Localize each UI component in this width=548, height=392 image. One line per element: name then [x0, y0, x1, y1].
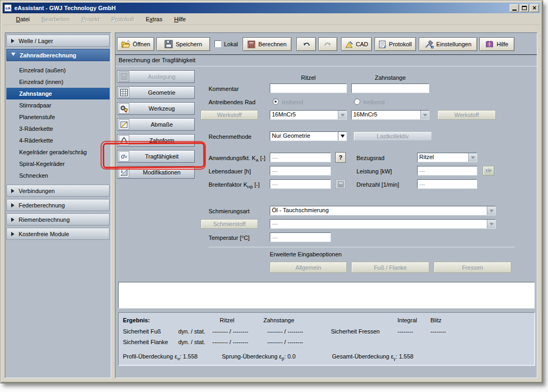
- flank-safety-zahnstange-value: -------- / --------: [267, 339, 303, 345]
- help-button[interactable]: ? Hilfe: [479, 37, 514, 51]
- redo-button[interactable]: [318, 37, 337, 51]
- nav-geometrie-button[interactable]: Geometrie: [117, 86, 195, 99]
- calc-method-value: Nur Geometrie: [270, 132, 338, 140]
- comment-input-zahnstange[interactable]: [351, 84, 429, 93]
- torque-power-toggle-button[interactable]: T/P: [483, 166, 494, 176]
- local-checkbox[interactable]: [214, 40, 221, 47]
- undo-button[interactable]: [296, 37, 316, 51]
- sidebar-section-welle-lager[interactable]: Welle / Lager: [6, 35, 110, 47]
- nav-werkzeug-button[interactable]: Werkzeug: [117, 102, 195, 115]
- width-factor-calc-button: [335, 179, 346, 189]
- lifetime-input[interactable]: [270, 166, 331, 176]
- material-value-ritzel: 16MnCr5: [270, 111, 338, 119]
- comment-input-ritzel[interactable]: [270, 84, 347, 93]
- sidebar-item-einzelrad-aussen[interactable]: Einzelrad (außen): [6, 64, 110, 76]
- material-select-zahnstange[interactable]: 16MnCr5: [351, 110, 429, 120]
- nav-label: Werkzeug: [129, 105, 194, 112]
- menu-hilfe[interactable]: Hilfe: [168, 14, 192, 24]
- dropdown-arrow-icon[interactable]: [487, 220, 495, 228]
- total-overlap-value: Gesamt-Überdeckung εγ: 1.558: [332, 353, 413, 361]
- close-button[interactable]: ×: [530, 4, 539, 12]
- sidebar-item-zahnstange[interactable]: Zahnstange: [6, 88, 110, 99]
- menu-datei[interactable]: Datei: [10, 14, 36, 24]
- nav-label: Modifikationen: [129, 169, 194, 176]
- scuffing-integral-value: --------: [397, 328, 413, 335]
- sidebar-item-schnecken[interactable]: Schnecken: [6, 170, 110, 181]
- save-button[interactable]: Speichern: [156, 37, 210, 51]
- cad-button[interactable]: CAD: [341, 37, 372, 51]
- dropdown-arrow-icon[interactable]: [420, 111, 429, 119]
- settings-button[interactable]: Einstellungen: [419, 37, 477, 51]
- dropdown-arrow-icon[interactable]: [338, 132, 346, 140]
- sidebar-section-zahnradberechnung[interactable]: Zahnradberechnung: [6, 49, 110, 61]
- sidebar-section-verbindungen[interactable]: Verbindungen: [6, 185, 110, 197]
- sidebar-section-riemenberechnung[interactable]: Riemenberechnung: [6, 213, 110, 226]
- protocol-button[interactable]: Protokoll: [375, 37, 416, 51]
- nav-label: Abmaße: [129, 121, 194, 128]
- temperature-input[interactable]: [270, 232, 331, 242]
- app-window: eA eAssistant - GWJ Technology GmbH × Da…: [0, 0, 543, 383]
- nav-tragfaehigkeit-button[interactable]: σx Tragfähigkeit: [117, 150, 195, 163]
- sidebar-item-kegelraeder[interactable]: Kegelräder gerade/schräg: [6, 146, 110, 158]
- sidebar-section-label: Riemenberechnung: [19, 216, 70, 223]
- application-factor-input[interactable]: [270, 153, 331, 162]
- undo-icon: [302, 41, 311, 48]
- dropdown-arrow-icon[interactable]: [338, 111, 346, 119]
- nav-label: Auslegung: [129, 73, 194, 80]
- sidebar-item-4-raederkette[interactable]: 4-Räderkette: [6, 135, 110, 146]
- driving-radio-ritzel[interactable]: [272, 98, 279, 105]
- calculate-label: Berechnen: [258, 41, 286, 47]
- help-label: Hilfe: [496, 41, 508, 47]
- tool-gears-icon: [119, 103, 129, 114]
- nav-abmasse-button[interactable]: Abmaße: [117, 118, 195, 131]
- sidebar-item-spiral-kegelraeder[interactable]: Spiral-Kegelräder: [6, 158, 110, 170]
- driving-radio-label-zahnstange: treibend: [363, 99, 385, 105]
- sidebar-section-kostenfreie-module[interactable]: Kostenfreie Module: [6, 228, 110, 240]
- calculate-button[interactable]: Berechnen: [243, 37, 292, 51]
- sidebar-item-3-raederkette[interactable]: 3-Räderkette: [6, 123, 110, 135]
- column-header-zahnstange: Zahnstange: [351, 74, 429, 81]
- lubrication-type-select[interactable]: Öl - Tauchschmierung: [270, 206, 496, 215]
- driving-radio-zahnstange[interactable]: [354, 98, 360, 105]
- power-input[interactable]: [417, 166, 477, 176]
- menu-protokoll: Protokoll: [105, 14, 140, 24]
- speed-label: Drehzahl [1/min]: [356, 181, 399, 188]
- sidebar: Welle / Lager Zahnradberechnung Einzelra…: [5, 32, 111, 378]
- calc-method-select[interactable]: Nur Geometrie: [270, 131, 347, 141]
- sidebar-item-einzelrad-innen[interactable]: Einzelrad (innen): [6, 76, 110, 88]
- width-factor-input[interactable]: [270, 179, 331, 189]
- open-button[interactable]: Öffnen: [117, 37, 154, 51]
- reference-wheel-select[interactable]: Ritzel: [417, 153, 477, 162]
- nav-zahnform-button[interactable]: Zahnform: [117, 134, 195, 147]
- tooth-profile-icon: [119, 135, 129, 146]
- sigma-glyph: σ: [121, 153, 124, 160]
- driving-wheel-label: Antreibendes Rad: [209, 99, 255, 105]
- chevron-down-icon: [11, 53, 15, 58]
- dropdown-arrow-icon[interactable]: [487, 206, 495, 215]
- chevron-right-icon: [11, 203, 14, 207]
- open-label: Öffnen: [133, 41, 151, 47]
- material-select-ritzel[interactable]: 16MnCr5: [270, 110, 347, 120]
- save-label: Speichern: [176, 41, 202, 47]
- nav-auslegung-button: Auslegung: [117, 70, 195, 83]
- reference-wheel-value: Ritzel: [418, 153, 468, 162]
- flank-safety-label: Sicherheit Flanke: [123, 339, 168, 345]
- sidebar-item-planetenstufe[interactable]: Planetenstufe: [6, 111, 110, 123]
- dropdown-arrow-icon[interactable]: [468, 153, 477, 162]
- local-checkbox-label: Lokal: [224, 41, 238, 47]
- material-value-zahnstange: 16MnCr5: [352, 111, 420, 119]
- protocol-label: Protokoll: [389, 41, 412, 47]
- sidebar-section-federberechnung[interactable]: Federberechnung: [6, 199, 110, 211]
- sidebar-item-stirnradpaar[interactable]: Stirnradpaar: [6, 99, 110, 111]
- application-factor-help-button[interactable]: ?: [335, 152, 346, 163]
- nav-modifikationen-button[interactable]: Modifikationen: [117, 166, 195, 179]
- lubricant-select[interactable]: ---: [270, 219, 496, 229]
- minimize-button[interactable]: [510, 4, 519, 12]
- layout-calculator-icon: [119, 71, 129, 82]
- speed-input[interactable]: [417, 179, 477, 189]
- material-button-zahnstange: Werkstoff: [437, 110, 496, 120]
- calc-method-label: Rechenmethode: [209, 134, 252, 140]
- nav-label: Zahnform: [129, 137, 194, 144]
- menu-extras[interactable]: Extras: [140, 14, 168, 24]
- maximize-button[interactable]: [520, 4, 529, 12]
